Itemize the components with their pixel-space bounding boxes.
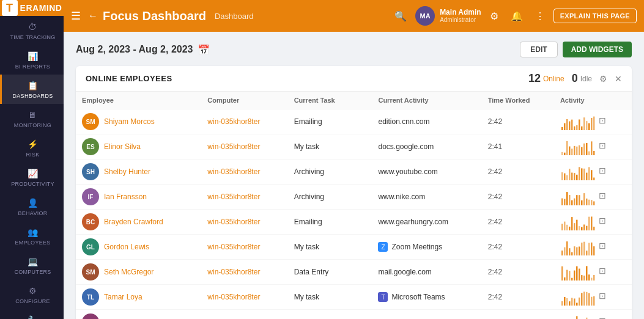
activity-chart-cell: ⊡ — [554, 109, 632, 134]
computer-cell: win-035khor8ter — [201, 235, 287, 260]
sidebar-item-productivity[interactable]: 📈PRODUCTIVITY — [0, 163, 64, 192]
menu-icon[interactable]: ☰ — [71, 9, 81, 23]
employee-name[interactable]: Ian Fransson — [104, 193, 147, 201]
idle-label: Idle — [580, 75, 592, 83]
video-icon[interactable]: ⊡ — [599, 241, 606, 251]
gear-icon[interactable]: ⚙ — [486, 7, 502, 26]
sidebar-item-monitoring[interactable]: 🖥MONITORING — [0, 104, 64, 133]
time-value: 2:42 — [488, 218, 502, 226]
task-cell: My task — [288, 235, 372, 260]
employee-name[interactable]: Brayden Crawford — [104, 218, 163, 226]
avatar[interactable]: MA — [415, 6, 435, 26]
computer-link[interactable]: win-035khor8ter — [207, 193, 260, 201]
panel-close-icon[interactable]: ✕ — [615, 74, 622, 84]
activity-cell: mail.google.com — [372, 260, 481, 285]
time-value: 2:42 — [488, 117, 502, 126]
computer-link[interactable]: win-035khor8ter — [207, 243, 260, 251]
computer-link[interactable]: win-035khor8ter — [207, 167, 260, 176]
more-icon[interactable]: ⋮ — [531, 7, 549, 26]
panel-settings-icon[interactable]: ⚙ — [599, 74, 607, 84]
computer-link[interactable]: win-035khor8ter — [207, 268, 260, 276]
activity-app-icon: Z — [378, 242, 388, 252]
svg-rect-49 — [579, 195, 580, 205]
bell-icon[interactable]: 🔔 — [507, 7, 527, 26]
svg-rect-62 — [576, 220, 578, 230]
employee-name[interactable]: Elinor Silva — [104, 142, 141, 151]
video-icon[interactable]: ⊡ — [599, 141, 606, 150]
logo-area[interactable]: T ERAMIND — [0, 0, 64, 16]
explain-button[interactable]: EXPLAIN THIS PAGE — [553, 9, 637, 23]
time-value: 2:41 — [488, 142, 502, 151]
activity-chart-cell: ⊡ — [554, 185, 632, 210]
calendar-icon[interactable]: 📅 — [198, 44, 210, 56]
time-worked-cell: 2:41 — [482, 134, 554, 160]
sidebar-item-configure[interactable]: ⚙CONFIGURE — [0, 280, 64, 309]
col-header-current-activity: Current Activity — [372, 92, 481, 109]
svg-rect-98 — [561, 301, 563, 306]
video-icon[interactable]: ⊡ — [599, 266, 606, 276]
sidebar-label-behavior: BEHAVIOR — [18, 210, 47, 216]
back-icon[interactable]: ← — [88, 10, 98, 21]
svg-rect-18 — [571, 148, 573, 155]
sidebar-label-productivity: PRODUCTIVITY — [11, 181, 54, 187]
online-count: 12 — [528, 72, 541, 85]
computer-link[interactable]: win-035khor8ter — [207, 293, 260, 301]
content-area: Aug 2, 2023 - Aug 2, 2023 📅 EDIT ADD WID… — [64, 32, 644, 319]
time-value: 2:42 — [488, 243, 502, 251]
sidebar-item-system[interactable]: 🔧SYSTEM — [0, 309, 64, 319]
sidebar-item-dashboards[interactable]: 📋DASHBOARDS — [0, 75, 64, 104]
search-icon[interactable]: 🔍 — [391, 7, 410, 26]
monitoring-icon: 🖥 — [28, 110, 37, 120]
employee-cell: SMSeth McGregor — [76, 260, 201, 285]
activity-chart-cell: ⊡ — [554, 160, 632, 185]
sidebar: T ERAMIND ⏱TIME TRACKING📊BI REPORTS📋DASH… — [0, 0, 64, 319]
video-icon[interactable]: ⊡ — [599, 191, 606, 200]
activity-cell: ZZoom Meetings — [372, 235, 481, 260]
employees-icon: 👥 — [28, 227, 38, 237]
svg-rect-85 — [564, 277, 566, 280]
edit-button[interactable]: EDIT — [520, 42, 557, 57]
employee-name[interactable]: Shelby Hunter — [104, 167, 150, 176]
svg-rect-109 — [588, 293, 590, 306]
video-icon[interactable]: ⊡ — [599, 316, 606, 319]
svg-rect-90 — [576, 266, 578, 280]
sidebar-item-bi-reports[interactable]: 📊BI REPORTS — [0, 45, 64, 75]
svg-rect-94 — [586, 266, 588, 280]
svg-rect-65 — [583, 224, 585, 230]
employee-name[interactable]: Tamar Loya — [104, 293, 142, 301]
idle-count: 0 — [572, 72, 578, 85]
svg-rect-73 — [569, 248, 571, 255]
computer-cell: win-035khor8ter — [201, 160, 287, 185]
employee-name[interactable]: Gordon Lewis — [104, 243, 149, 251]
task-cell: Archiving — [288, 160, 372, 185]
computer-link[interactable]: win-035khor8ter — [207, 117, 260, 126]
add-widgets-button[interactable]: ADD WIDGETS — [563, 42, 632, 57]
sidebar-item-risk[interactable]: ⚡RISK — [0, 133, 64, 163]
video-icon[interactable]: ⊡ — [599, 166, 606, 175]
task-cell: Archiving — [288, 185, 372, 210]
table-header: EmployeeComputerCurrent TaskCurrent Acti… — [76, 92, 632, 109]
svg-rect-61 — [574, 223, 576, 230]
table-row: IFIan Franssonwin-035khor8terArchivingww… — [76, 185, 632, 210]
employee-name[interactable]: Shiyam Morcos — [104, 117, 155, 126]
sidebar-item-computers[interactable]: 💻COMPUTERS — [0, 251, 64, 280]
employee-name[interactable]: Seth McGregor — [104, 268, 154, 276]
col-header-current-task: Current Task — [288, 92, 372, 109]
sidebar-item-employees[interactable]: 👥EMPLOYEES — [0, 221, 64, 251]
svg-rect-106 — [581, 293, 583, 306]
sidebar-item-time-tracking[interactable]: ⏱TIME TRACKING — [0, 16, 64, 45]
video-icon[interactable]: ⊡ — [599, 291, 606, 301]
employee-avatar: BC — [82, 213, 99, 230]
computer-link[interactable]: win-035khor8ter — [207, 142, 260, 151]
svg-rect-64 — [581, 227, 583, 230]
svg-rect-102 — [571, 298, 573, 306]
activity-cell: www.gearhungry.com — [372, 210, 481, 235]
computer-link[interactable]: win-035khor8ter — [207, 218, 260, 226]
svg-rect-118 — [576, 316, 578, 319]
video-icon[interactable]: ⊡ — [599, 116, 606, 125]
video-icon[interactable]: ⊡ — [599, 216, 606, 226]
svg-rect-72 — [566, 241, 568, 255]
sidebar-item-behavior[interactable]: 👤BEHAVIOR — [0, 192, 64, 221]
svg-rect-22 — [581, 147, 583, 155]
panel-header-right: 12 Online 0 Idle ⚙ ✕ — [528, 72, 622, 85]
